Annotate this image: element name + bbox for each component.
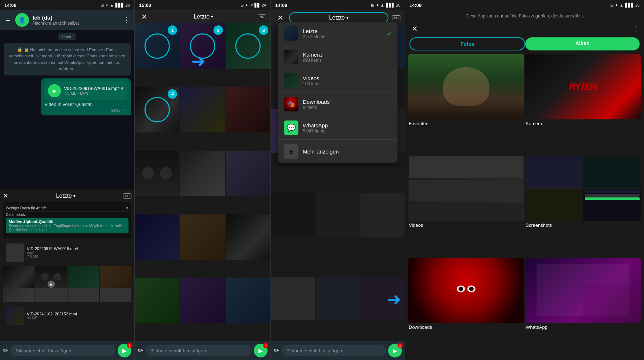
photo-cell-8[interactable] <box>180 151 225 196</box>
time-4: 14:09 <box>409 3 421 8</box>
bottom-bar-3: ✏ Bildunterschrift hinzufügen ... ▶ 1 <box>271 341 405 360</box>
media-file-item-1[interactable]: VID-20220919-WA0016.mp4 mp4 7,5 MB <box>3 241 131 265</box>
album-label-screenshots: Screenshots <box>525 222 641 228</box>
signal-icon-4: ▋▋▋ <box>625 3 634 8</box>
signal-icon-2: ▋▋ <box>254 3 260 8</box>
play-icon: ▶ <box>48 281 55 288</box>
album-whatsapp[interactable]: WhatsApp <box>525 258 641 359</box>
arrow-right-icon-2: ➜ <box>387 290 401 309</box>
photo-cell-12[interactable] <box>226 214 270 260</box>
message-time: 14:05 ✓✓ <box>44 109 127 112</box>
thumb-c[interactable] <box>68 266 99 302</box>
dropdown-item-kamera[interactable]: Kamera 993 items <box>278 45 398 69</box>
thumb-d[interactable] <box>100 266 131 302</box>
selected-num-2: 2 <box>213 25 223 35</box>
caption-input-3[interactable]: Bildunterschrift hinzufügen ... <box>281 345 386 356</box>
caption-input-2[interactable]: Bildunterschrift hinzufügen ... <box>145 345 252 356</box>
nfc-icon: ⊞ <box>101 3 104 8</box>
send-button-3[interactable]: ▶ 1 <box>388 344 402 357</box>
album-screenshots[interactable]: Screenshots <box>525 156 641 257</box>
file-attachment[interactable]: ▶ VID-20220919-WA0016.mp4 4 7,5 MB · MP4 <box>44 81 127 100</box>
dropdown-item-videos[interactable]: Videos 103 items <box>278 69 398 93</box>
media-file-item-2[interactable]: VID-20241102_202152.mp4 90 MB <box>3 304 131 328</box>
media-file-info-1: VID-20220919-WA0016.mp4 mp4 7,5 MB <box>27 246 78 259</box>
album-kamera[interactable]: RYZEN Kamera <box>525 54 641 155</box>
caption-input[interactable]: Bildunterschrift hinzufügen ... <box>11 345 115 356</box>
status-bar-4: 14:09 ⊞ ✦ ▲ ▋▋▋ 26 <box>405 0 644 10</box>
photo-cell-6[interactable] <box>226 87 270 132</box>
pencil-button[interactable]: ✏ <box>3 347 8 355</box>
thumb-a[interactable] <box>3 266 34 302</box>
send-button[interactable]: ▶ 1 <box>118 344 131 357</box>
nfc-icon-2: ⊞ <box>240 3 244 8</box>
dropdown-thumb-downloads: 🎭 <box>284 97 298 111</box>
dropdown-item-whatsapp[interactable]: 💬 WhatsApp 5.047 items <box>278 116 398 140</box>
tab-photos[interactable]: Fotos <box>409 37 525 50</box>
album-downloads[interactable]: Downloads <box>408 258 524 359</box>
tab-albums[interactable]: Alben <box>525 37 640 50</box>
album-label-kamera: Kamera <box>525 121 641 126</box>
close-button-4[interactable]: ✕ <box>409 24 420 33</box>
more-options-button[interactable]: ⋮ <box>123 16 130 24</box>
bluetooth-icon-3: ✦ <box>376 3 379 8</box>
album-favoriten[interactable]: Favoriten <box>408 54 524 155</box>
close-button-3[interactable]: ✕ <box>275 13 285 22</box>
media-panel-close-button[interactable]: ✕ <box>3 192 8 200</box>
time-2: 15:03 <box>139 3 151 8</box>
photo-cell-7[interactable] <box>135 151 179 196</box>
contact-info[interactable]: Ich (du) Nachricht an dich selbst <box>33 15 119 26</box>
media-panel-header: ✕ Letzte ▾ HD <box>3 192 131 200</box>
hd-badge-2[interactable]: HD <box>258 14 266 19</box>
photo-cell-3[interactable]: 3 <box>226 23 270 69</box>
signal-icon: ▋▋▋ <box>115 3 124 8</box>
send-button-2[interactable]: ▶ 4 <box>254 344 268 357</box>
photo-cell-5[interactable] <box>180 87 225 132</box>
photo-cell-14[interactable] <box>180 278 225 323</box>
whatsapp-chat-panel: 14:08 ⊞ ✦ ▲ ▋▋▋ 26 ← 👤 Ich (du) Nachrich… <box>0 0 134 360</box>
hd-badge[interactable]: HD <box>123 193 131 199</box>
encryption-notice: 🔒 🔒 Nachrichten an dich selbst sind Ende… <box>4 43 131 75</box>
album-thumb-kamera: RYZEN <box>525 54 641 119</box>
dropdown-item-downloads[interactable]: 🎭 Downloads 8 items <box>278 93 398 116</box>
album-videos[interactable]: Videos <box>408 156 524 257</box>
file-icon: ▶ <box>48 84 61 97</box>
photo-cell-10[interactable] <box>135 214 179 260</box>
checkmark-icon: ✓✓ <box>121 109 127 112</box>
dropdown-text-downloads: Downloads 8 items <box>303 99 392 110</box>
chevron-icon-2[interactable]: ▾ <box>211 14 213 19</box>
back-button[interactable]: ← <box>4 16 12 24</box>
chat-header: ← 👤 Ich (du) Nachricht an dich selbst ⋮ <box>0 10 134 30</box>
photo-cell-11[interactable] <box>180 214 225 260</box>
dropdown-thumb-kamera <box>284 50 298 64</box>
photo-cell-13[interactable] <box>135 278 179 323</box>
status-bar-2: 15:03 ⊞ ✦ ↗ ▋▋ 24 <box>135 0 270 10</box>
album-label-whatsapp: WhatsApp <box>525 324 641 330</box>
date-label: Heute <box>58 33 76 40</box>
pencil-button-3[interactable]: ✏ <box>274 347 279 355</box>
album-thumb-downloads <box>408 258 524 323</box>
more-button-4[interactable]: ⋮ <box>632 24 640 33</box>
hd-badge-3[interactable]: HD <box>392 15 400 20</box>
status-icons-4: ⊞ ✦ ▲ ▋▋▋ 26 <box>610 3 640 8</box>
photo-cell-1[interactable]: 1 <box>135 23 179 69</box>
setting-highlight: Medien-Upload-Qualität Sende es schnelle… <box>6 218 129 233</box>
avatar[interactable]: 👤 <box>15 13 29 27</box>
dropdown-text-mehr: Mehr anzeigen <box>303 148 392 155</box>
wifi-icon: ▲ <box>110 3 114 7</box>
dropdown-item-mehr[interactable]: ⊞ Mehr anzeigen <box>278 140 398 163</box>
send-icon-3: ▶ <box>393 347 397 354</box>
pencil-button-2[interactable]: ✏ <box>138 347 143 355</box>
photo-cell-9[interactable] <box>226 151 270 196</box>
time-3: 14:09 <box>275 3 287 8</box>
album-dropdown-menu: Letzte 2.572 items ✓ Kamera 993 items Vi… <box>278 22 398 163</box>
close-button-2[interactable]: ✕ <box>139 12 149 21</box>
album-label-downloads: Downloads <box>408 324 524 330</box>
file-info: VID-20220919-WA0016.mp4 4 7,5 MB · MP4 <box>64 86 123 95</box>
svg-point-3 <box>469 287 474 291</box>
chevron-icon-3[interactable]: ▾ <box>346 15 349 20</box>
photo-cell-4[interactable]: 4 <box>135 87 179 132</box>
thumb-b[interactable]: ▶ <box>35 266 67 302</box>
panel-4-header: ✕ ⋮ <box>405 22 644 35</box>
dropdown-item-letzte[interactable]: Letzte 2.572 items ✓ <box>278 22 398 45</box>
photo-cell-15[interactable] <box>226 278 270 323</box>
